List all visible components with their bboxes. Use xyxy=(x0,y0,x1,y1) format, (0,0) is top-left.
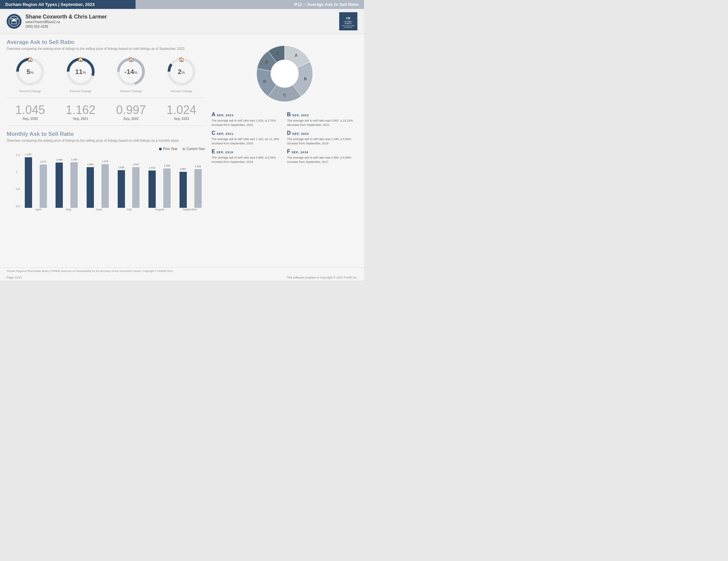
y-label-3: 0.8 xyxy=(16,187,20,191)
prior-year-label: Prior Year xyxy=(163,147,178,151)
bar-prior-1: 1.098 xyxy=(52,163,66,208)
legend-descriptions: A Sep, 2023 The average ask to sell rati… xyxy=(212,112,357,164)
bar-current-rect-3 xyxy=(132,167,140,208)
legend-period-A: Sep, 2023 xyxy=(217,114,234,117)
footer-page: Page 12/13 This software program is Copy… xyxy=(0,275,364,280)
legend-period-D: Sep, 2020 xyxy=(292,132,309,136)
legend-desc-D: D Sep, 2020 The average ask to sell rati… xyxy=(287,130,357,145)
legend-desc-A: A Sep, 2023 The average ask to sell rati… xyxy=(212,112,282,127)
legend-desc-E: E Sep, 2019 The average ask to sell rati… xyxy=(212,149,282,164)
big-num-item-3: 1.024 Sep, 2023 xyxy=(158,103,205,121)
big-num-item-2: 0.997 Sep, 2022 xyxy=(107,103,155,121)
pie-label-E: E xyxy=(265,60,268,64)
house-icon-1: 🏠 xyxy=(78,57,83,62)
big-num-value-1: 1.162 xyxy=(57,103,104,117)
legend-prior-year: Prior Year xyxy=(159,147,178,151)
legend-letter-E: E xyxy=(212,149,215,155)
prior-year-dot xyxy=(159,148,162,150)
bar-current-rect-4 xyxy=(163,169,171,208)
donut-sign-2: % xyxy=(134,70,138,75)
y-label-2: 1 xyxy=(16,171,20,174)
pie-label-B: B xyxy=(304,77,307,81)
pie-label-C: C xyxy=(283,93,286,98)
header-left: Durham Region All Types | September, 202… xyxy=(0,0,136,9)
legend-text-D: The average ask to sell ratio was 1.045,… xyxy=(287,137,357,145)
chart-legend: Prior Year Current Year xyxy=(7,147,205,151)
bar-group-3: 1.016 1.047 xyxy=(114,167,143,208)
donut-inner-2: -14 % xyxy=(124,68,138,76)
donut-label-3: Percent Change xyxy=(171,90,192,93)
svg-text:CB: CB xyxy=(346,17,350,20)
logo-icon: TRREB xyxy=(8,16,20,27)
bar-current-4: 1.033 xyxy=(160,169,174,208)
y-label-1: 1.2 xyxy=(16,153,20,157)
monthly-section: Monthly Ask to Sell Ratio Overview compa… xyxy=(7,131,205,218)
bar-prior-2: 1.048 xyxy=(83,167,98,208)
bar-current-2: 1.079 xyxy=(98,164,112,208)
x-label-2: June xyxy=(84,208,114,211)
page-subtitle: P12 :: Average Ask to Sell Ratio xyxy=(294,2,359,7)
bar-prior-label-4: 1.012 xyxy=(149,166,155,169)
svg-text:BANKER: BANKER xyxy=(345,22,352,24)
donut-value-group-0: 5 % xyxy=(26,68,34,76)
pie-chart: ABCDEF xyxy=(250,39,319,108)
header-title: Durham Region All Types | September, 202… xyxy=(5,2,95,7)
section-desc: Overview comparing the asking price of l… xyxy=(7,47,205,51)
bar-current-label-5: 1.024 xyxy=(195,165,201,168)
donut-container-1: 🏠 11 % xyxy=(64,55,97,88)
donut-value-group-2: -14 % xyxy=(124,68,138,76)
donut-percent-2: -14 xyxy=(124,68,134,76)
bar-current-rect-5 xyxy=(194,169,202,208)
donut-inner-3: 2 % xyxy=(178,68,185,76)
bar-group-4: 1.012 1.033 xyxy=(145,169,174,208)
left-panel: Average Ask to Sell Ratio Overview compa… xyxy=(7,39,205,262)
current-year-dot xyxy=(182,148,185,150)
bar-current-label-4: 1.033 xyxy=(164,164,170,167)
bar-prior-rect-1 xyxy=(56,163,63,208)
donut-sign-0: % xyxy=(30,70,34,75)
house-icon-2: 🏠 xyxy=(128,57,134,62)
bar-current-label-3: 1.047 xyxy=(133,163,139,166)
agent-website: www.PowerofBluex2.ca xyxy=(25,20,107,24)
bar-prior-label-0: 1.157 xyxy=(25,153,32,156)
bar-group-1: 1.098 1.102 xyxy=(52,162,81,208)
pie-label-F: F xyxy=(277,51,279,56)
monthly-desc: Overview comparing the asking price of l… xyxy=(7,139,205,143)
bar-current-rect-1 xyxy=(70,162,78,208)
bar-current-label-1: 1.102 xyxy=(71,158,77,161)
agent-logo: TRREB xyxy=(7,14,21,29)
big-num-label-3: Sep, 2023 xyxy=(158,117,205,121)
legend-period-C: Sep, 2021 xyxy=(217,132,234,136)
coldwell-banker-icon: CB COLDWELL BANKER R.M.R. REAL ESTATE BR… xyxy=(341,14,356,29)
footer-disclaimer: Toronto Regional Real Estate Board (TRRE… xyxy=(0,267,364,275)
x-label-5: September xyxy=(175,208,205,211)
copyright: This software program is Copyright © 202… xyxy=(286,276,357,279)
pie-label-A: A xyxy=(295,53,298,58)
donut-item-0: 🏠 5 % Percent Change xyxy=(7,55,54,93)
bar-prior-label-2: 1.048 xyxy=(87,163,94,166)
bar-group-2: 1.048 1.079 xyxy=(83,164,112,208)
legend-letter-D: D xyxy=(287,130,291,136)
current-year-label: Current Year xyxy=(186,147,205,151)
bar-prior-4: 1.012 xyxy=(145,171,159,208)
legend-desc-header-F: F Sep, 2018 xyxy=(287,149,357,155)
big-num-value-3: 1.024 xyxy=(158,103,205,117)
legend-letter-C: C xyxy=(212,130,216,136)
bar-prior-rect-2 xyxy=(87,167,94,208)
bar-group-0: 1.157 1.077 xyxy=(21,157,51,208)
pie-section: ABCDEF xyxy=(212,39,357,108)
bar-prior-label-5: 0.997 xyxy=(180,168,186,171)
donut-item-3: 🏠 2 % Percent Change xyxy=(158,55,205,93)
bar-current-1: 1.102 xyxy=(67,162,81,208)
legend-text-B: The average ask to sell ratio was 0.997,… xyxy=(287,119,357,127)
page-number: Page 12/13 xyxy=(7,276,22,279)
agent-phone: (905) 852-4338 xyxy=(25,24,107,29)
legend-letter-A: A xyxy=(212,112,216,118)
bar-current-label-2: 1.079 xyxy=(102,160,108,163)
legend-desc-B: B Sep, 2022 The average ask to sell rati… xyxy=(287,112,357,127)
bar-prior-3: 1.016 xyxy=(114,170,128,208)
x-label-3: July xyxy=(114,208,144,211)
bar-prior-rect-0 xyxy=(25,157,32,208)
y-axis: 1.2 1 0.8 0.6 xyxy=(16,153,21,208)
agent-info: TRREB Shane Coxworth & Chris Larmer www.… xyxy=(7,14,107,29)
